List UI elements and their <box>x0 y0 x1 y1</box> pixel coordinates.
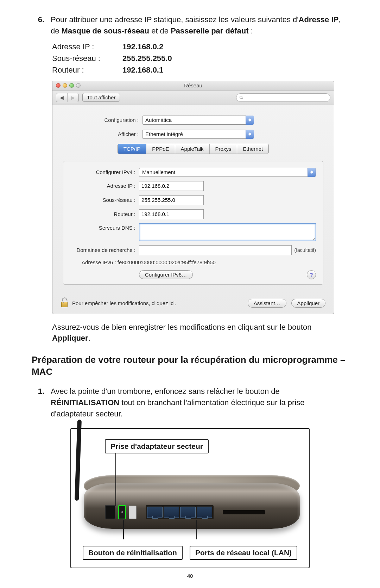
tab-tcpip[interactable]: TCP/IP <box>118 144 146 154</box>
forward-icon[interactable]: ▶ <box>68 93 78 102</box>
ipv6-address-line: Adresse IPv6 : fe80:0000:0000:0000:020a:… <box>82 259 316 265</box>
rj45-port-icon <box>147 507 163 518</box>
router-field[interactable] <box>139 209 204 219</box>
search-domains-label: Domaines de recherche : <box>70 247 139 253</box>
subnet-field[interactable] <box>139 195 204 205</box>
callout-reset-button: Bouton de réinitialisation <box>83 546 183 560</box>
rj45-port-icon <box>180 507 196 518</box>
apply-reminder-text: Assurez-vous de bien enregistrer les mod… <box>52 322 348 344</box>
configure-ipv4-label: Configurer IPv4 : <box>70 169 139 175</box>
window-title: Réseau <box>52 82 334 88</box>
subnet-label: Sous-réseau : <box>70 197 139 203</box>
search-input[interactable] <box>236 93 330 102</box>
tab-proxys[interactable]: Proxys <box>210 144 238 154</box>
tab-ethernet[interactable]: Ethernet <box>237 144 268 154</box>
callout-line <box>123 520 124 539</box>
chevron-updown-icon <box>246 116 254 125</box>
usb-port-icon <box>129 506 137 519</box>
mac-network-window: Réseau ◀ ▶ Tout afficher Configuration :… <box>52 81 334 314</box>
tcpip-panel: Configurer IPv4 : Manuellement Adresse I… <box>63 161 323 285</box>
antenna-icon <box>75 420 82 501</box>
search-domains-field[interactable] <box>139 245 292 255</box>
step-number: 1. <box>32 386 44 420</box>
router-label: Routeur : <box>70 211 139 217</box>
step1-text: Avec la pointe d'un trombone, enfoncez s… <box>51 386 348 420</box>
card-slot-icon <box>223 510 265 514</box>
callout-line <box>115 453 116 506</box>
show-select[interactable]: Ethernet intégré <box>142 130 254 139</box>
dns-servers-field[interactable] <box>139 223 316 241</box>
lock-hint-text[interactable]: Pour empêcher les modifications, cliquez… <box>72 300 176 306</box>
help-button[interactable]: ? <box>307 270 316 279</box>
callout-line <box>196 520 197 539</box>
show-label: Afficher : <box>63 131 142 137</box>
show-all-button[interactable]: Tout afficher <box>82 93 120 102</box>
tab-appletalk[interactable]: AppleTalk <box>175 144 210 154</box>
rj45-port-icon <box>164 507 179 518</box>
ip-address-field[interactable] <box>139 181 204 191</box>
step-number: 6. <box>32 14 44 37</box>
page-number: 40 <box>0 573 380 579</box>
toolbar: ◀ ▶ Tout afficher <box>52 91 334 105</box>
window-footer: Pour empêcher les modifications, cliquez… <box>52 290 334 314</box>
ip-address-label: Adresse IP : <box>70 183 139 189</box>
reset-button-icon <box>118 505 126 519</box>
svg-line-1 <box>242 98 243 99</box>
protocol-tabs[interactable]: TCP/IP PPPoE AppleTalk Proxys Ethernet <box>118 144 269 154</box>
back-icon[interactable]: ◀ <box>56 93 68 102</box>
callout-lan-ports: Ports de réseau local (LAN) <box>190 546 297 560</box>
chevron-updown-icon <box>246 130 254 139</box>
window-titlebar: Réseau <box>52 81 334 91</box>
lock-icon[interactable] <box>61 299 68 307</box>
configure-ipv6-button[interactable]: Configurer IPv6… <box>139 270 193 279</box>
chevron-updown-icon <box>308 168 316 177</box>
router-ports <box>105 504 279 520</box>
rj45-port-icon <box>197 507 212 518</box>
lan-ports-group <box>146 505 214 519</box>
assistant-button[interactable]: Assistant… <box>248 299 286 308</box>
nav-back-forward[interactable]: ◀ ▶ <box>56 93 79 102</box>
apply-button[interactable]: Appliquer <box>291 299 325 308</box>
optional-hint: (facultatif) <box>294 247 316 253</box>
search-icon <box>239 95 243 100</box>
configure-ipv4-select[interactable]: Manuellement <box>139 168 316 177</box>
power-port-icon <box>105 505 115 519</box>
section-heading: Préparation de votre routeur pour la réc… <box>32 354 348 378</box>
svg-point-0 <box>240 96 242 98</box>
tab-pppoe[interactable]: PPPoE <box>146 144 175 154</box>
dns-label: Serveurs DNS : <box>70 223 139 231</box>
configuration-label: Configuration : <box>63 117 142 123</box>
configuration-select[interactable]: Automática <box>142 116 254 125</box>
callout-power-adapter: Prise d'adaptateur secteur <box>105 439 209 453</box>
step6-text: Pour attribuer une adresse IP statique, … <box>51 14 348 37</box>
ip-value-table: Adresse IP :192.168.0.2 Sous-réseau :255… <box>52 41 348 76</box>
router-diagram: Prise d'adaptateur secteur <box>70 428 310 568</box>
